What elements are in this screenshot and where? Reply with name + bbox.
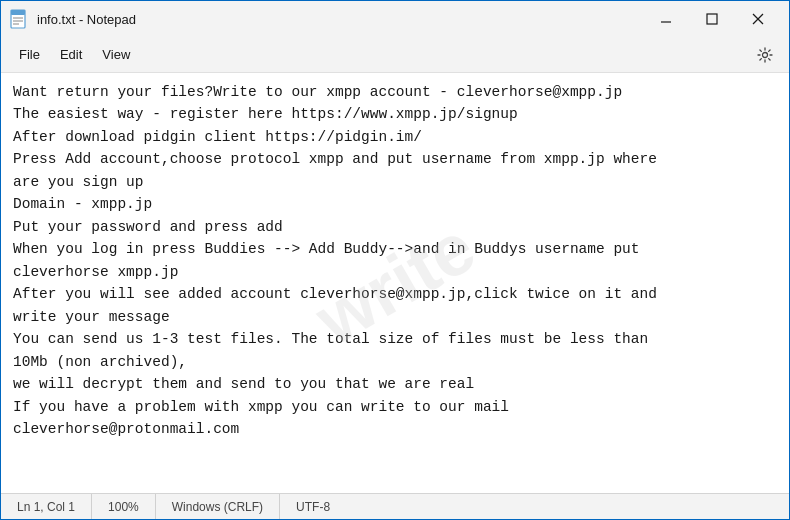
cursor-position: Ln 1, Col 1 [13,494,92,519]
menu-edit[interactable]: Edit [50,43,92,66]
svg-point-9 [763,52,768,57]
encoding: UTF-8 [280,494,346,519]
zoom-level: 100% [92,494,156,519]
menu-view[interactable]: View [92,43,140,66]
settings-icon[interactable] [749,39,781,71]
menu-file[interactable]: File [9,43,50,66]
maximize-button[interactable] [689,1,735,37]
editor-content[interactable]: Want return your files?Write to our xmpp… [13,81,777,441]
window-title: info.txt - Notepad [37,12,643,27]
svg-rect-6 [707,14,717,24]
title-bar: info.txt - Notepad [1,1,789,37]
line-endings: Windows (CRLF) [156,494,280,519]
minimize-button[interactable] [643,1,689,37]
close-button[interactable] [735,1,781,37]
app-icon [9,9,29,29]
status-bar: Ln 1, Col 1 100% Windows (CRLF) UTF-8 [1,493,789,519]
svg-rect-1 [11,10,25,15]
notepad-window: info.txt - Notepad File Edit [0,0,790,520]
window-controls [643,1,781,37]
menu-bar: File Edit View [1,37,789,73]
text-editor-area[interactable]: write Want return your files?Write to ou… [1,73,789,493]
menu-bar-right [749,39,781,71]
